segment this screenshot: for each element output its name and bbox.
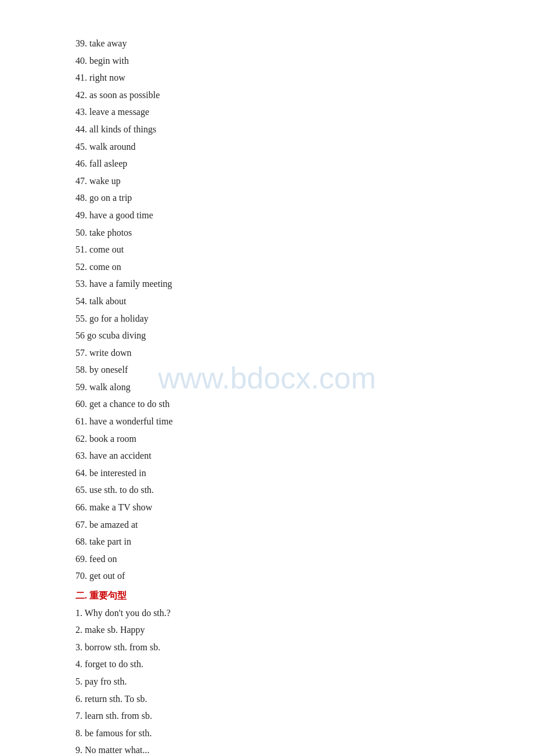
list-item: 5. pay fro sth. bbox=[75, 673, 459, 690]
list-item: 1. Why don't you do sth.? bbox=[75, 604, 459, 622]
list-item: 70. get out of bbox=[75, 567, 459, 585]
list-item: 64. be interested in bbox=[75, 465, 459, 482]
list-item: 66. make a TV show bbox=[75, 499, 459, 516]
list-item: 57. write down bbox=[75, 344, 459, 362]
list-item: 45. walk around bbox=[75, 138, 459, 156]
list-item: 8. be famous for sth. bbox=[75, 725, 459, 742]
list-item: 52. come on bbox=[75, 258, 459, 276]
list-item: 4. forget to do sth. bbox=[75, 656, 459, 673]
list-item: 48. go on a trip bbox=[75, 189, 459, 207]
list-item: 40. begin with bbox=[75, 52, 459, 70]
list-item: 53. have a family meeting bbox=[75, 275, 459, 293]
list-item: 42. as soon as possible bbox=[75, 87, 459, 104]
phrase-list: 39. take away40. begin with41. right now… bbox=[75, 35, 459, 585]
list-item: 43. leave a message bbox=[75, 103, 459, 121]
list-item: 56 go scuba diving bbox=[75, 327, 459, 344]
list-item: 58. by oneself bbox=[75, 361, 459, 379]
sentence-pattern-list: 1. Why don't you do sth.?2. make sb. Hap… bbox=[75, 604, 459, 756]
list-item: 68. take part in bbox=[75, 533, 459, 550]
list-item: 9. No matter what... bbox=[75, 741, 459, 756]
list-item: 51. come out bbox=[75, 241, 459, 258]
list-item: 3. borrow sth. from sb. bbox=[75, 639, 459, 656]
list-item: 60. get a chance to do sth bbox=[75, 395, 459, 413]
list-item: 6. return sth. To sb. bbox=[75, 690, 459, 708]
list-item: 62. book a room bbox=[75, 430, 459, 448]
list-item: 50. take photos bbox=[75, 224, 459, 242]
list-item: 55. go for a holiday bbox=[75, 310, 459, 327]
list-item: 59. walk along bbox=[75, 379, 459, 396]
list-item: 54. talk about bbox=[75, 293, 459, 310]
list-item: 49. have a good time bbox=[75, 207, 459, 224]
section2-header: 二. 重要句型 bbox=[75, 587, 459, 604]
list-item: 47. wake up bbox=[75, 172, 459, 190]
list-item: 67. be amazed at bbox=[75, 516, 459, 534]
list-item: 69. feed on bbox=[75, 550, 459, 568]
list-item: 41. right now bbox=[75, 69, 459, 87]
list-item: 2. make sb. Happy bbox=[75, 621, 459, 639]
list-item: 65. use sth. to do sth. bbox=[75, 481, 459, 499]
list-item: 61. have a wonderful time bbox=[75, 413, 459, 430]
list-item: 63. have an accident bbox=[75, 447, 459, 465]
list-item: 7. learn sth. from sb. bbox=[75, 707, 459, 725]
list-item: 39. take away bbox=[75, 35, 459, 52]
content-list: 39. take away40. begin with41. right now… bbox=[75, 35, 459, 756]
list-item: 44. all kinds of things bbox=[75, 121, 459, 138]
list-item: 46. fall asleep bbox=[75, 155, 459, 172]
